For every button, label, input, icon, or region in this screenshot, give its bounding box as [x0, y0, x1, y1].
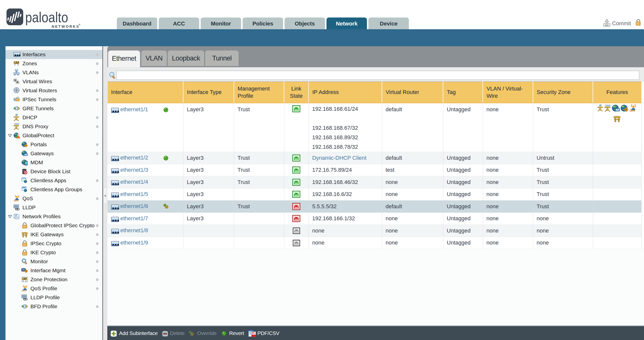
- svg-text:IP: IP: [599, 104, 602, 107]
- svg-text:IP: IP: [16, 113, 18, 116]
- svg-text:NETWORKS: NETWORKS: [52, 25, 80, 29]
- svg-text:DNS: DNS: [14, 123, 19, 125]
- svg-text:®: ®: [79, 24, 80, 26]
- svg-text:DNS: DNS: [606, 104, 611, 106]
- svg-text:QoS: QoS: [22, 289, 27, 291]
- svg-text:QoS: QoS: [14, 199, 19, 202]
- svg-text:QoS: QoS: [630, 109, 636, 112]
- svg-text:paloalto: paloalto: [25, 9, 68, 25]
